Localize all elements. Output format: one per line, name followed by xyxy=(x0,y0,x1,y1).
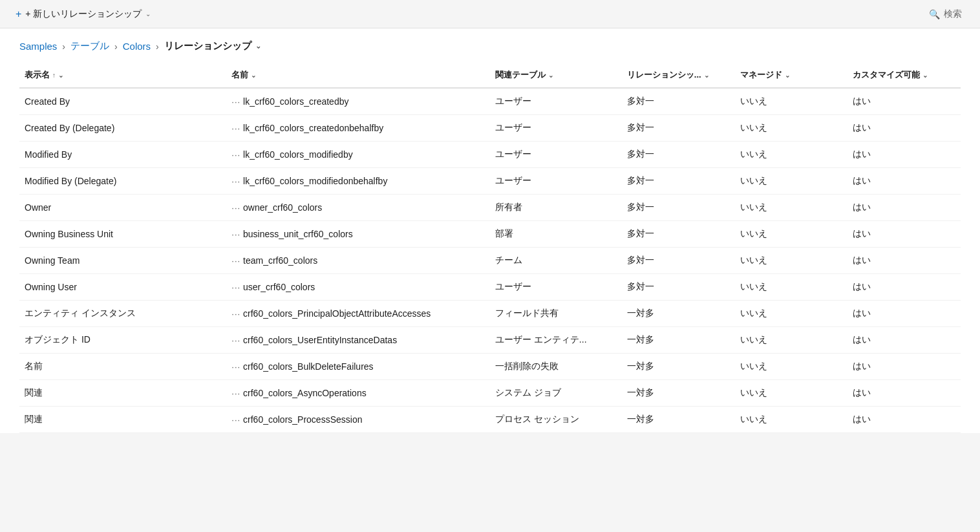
chevron-filter-relationship-icon: ⌄ xyxy=(704,72,709,79)
breadcrumb-colors[interactable]: Colors xyxy=(123,41,151,52)
cell-related-table: システム ジョブ xyxy=(490,380,622,407)
breadcrumb-chevron-icon[interactable]: ⌄ xyxy=(255,42,261,50)
cell-customizable: はい xyxy=(847,380,961,407)
cell-display-name: Owning User xyxy=(19,274,226,301)
cell-name: ··· crf60_colors_BulkDeleteFailures xyxy=(226,354,490,380)
more-options-icon[interactable]: ··· xyxy=(231,123,240,133)
relationships-table: 表示名 ↑ ⌄ 名前 ⌄ 関連テーブル ⌄ xyxy=(19,63,961,433)
breadcrumb: Samples › テーブル › Colors › リレーションシップ ⌄ xyxy=(0,28,980,63)
cell-relationship-type: 一対多 xyxy=(622,301,735,327)
table-row: Modified By (Delegate) ··· lk_crf60_colo… xyxy=(19,168,961,195)
search-box[interactable]: 🔍 検索 xyxy=(921,6,970,23)
cell-relationship-type: 多対一 xyxy=(622,248,735,274)
col-header-relationship-type[interactable]: リレーションシッ... ⌄ xyxy=(622,63,735,88)
cell-relationship-type: 一対多 xyxy=(622,380,735,407)
more-options-icon[interactable]: ··· xyxy=(231,335,240,345)
breadcrumb-current-label: リレーションシップ xyxy=(164,40,251,52)
more-options-icon[interactable]: ··· xyxy=(231,388,240,398)
cell-relationship-type: 多対一 xyxy=(622,142,735,168)
col-header-display-name[interactable]: 表示名 ↑ ⌄ xyxy=(19,63,226,88)
new-relationship-label: + 新しいリレーションシップ xyxy=(25,8,142,20)
breadcrumb-table[interactable]: テーブル xyxy=(70,40,109,52)
table-row: Modified By ··· lk_crf60_colors_modified… xyxy=(19,142,961,168)
cell-display-name: Modified By (Delegate) xyxy=(19,168,226,195)
table-row: Owning User ··· user_crf60_colors ユーザー 多… xyxy=(19,274,961,301)
more-options-icon[interactable]: ··· xyxy=(231,415,240,425)
search-label: 検索 xyxy=(944,8,962,20)
cell-name: ··· team_crf60_colors xyxy=(226,248,490,274)
table-row: Created By (Delegate) ··· lk_crf60_color… xyxy=(19,115,961,142)
cell-related-table: 所有者 xyxy=(490,195,622,221)
more-options-icon[interactable]: ··· xyxy=(231,97,240,107)
more-options-icon[interactable]: ··· xyxy=(231,176,240,186)
breadcrumb-current: リレーションシップ ⌄ xyxy=(164,40,261,52)
breadcrumb-samples[interactable]: Samples xyxy=(19,41,57,52)
cell-related-table: ユーザー xyxy=(490,274,622,301)
more-options-icon[interactable]: ··· xyxy=(231,282,240,292)
cell-relationship-type: 多対一 xyxy=(622,88,735,115)
more-options-icon[interactable]: ··· xyxy=(231,203,240,213)
col-header-related-table[interactable]: 関連テーブル ⌄ xyxy=(490,63,622,88)
more-options-icon[interactable]: ··· xyxy=(231,256,240,266)
table-row: Owner ··· owner_crf60_colors 所有者 多対一 いいえ… xyxy=(19,195,961,221)
table-row: 関連 ··· crf60_colors_ProcessSession プロセス … xyxy=(19,407,961,433)
col-related-table-label: 関連テーブル xyxy=(495,69,546,81)
cell-customizable: はい xyxy=(847,221,961,248)
table-row: 名前 ··· crf60_colors_BulkDeleteFailures 一… xyxy=(19,354,961,380)
cell-display-name: エンティティ インスタンス xyxy=(19,301,226,327)
cell-relationship-type: 多対一 xyxy=(622,195,735,221)
top-bar: + + 新しいリレーションシップ ⌄ 🔍 検索 xyxy=(0,0,980,28)
cell-managed: いいえ xyxy=(735,142,848,168)
cell-customizable: はい xyxy=(847,407,961,433)
cell-managed: いいえ xyxy=(735,354,848,380)
chevron-filter-name-icon: ⌄ xyxy=(251,72,256,79)
cell-managed: いいえ xyxy=(735,380,848,407)
cell-customizable: はい xyxy=(847,88,961,115)
cell-related-table: プロセス セッション xyxy=(490,407,622,433)
cell-customizable: はい xyxy=(847,168,961,195)
cell-customizable: はい xyxy=(847,115,961,142)
table-row: Created By ··· lk_crf60_colors_createdby… xyxy=(19,88,961,115)
col-header-name[interactable]: 名前 ⌄ xyxy=(226,63,490,88)
col-relationship-label: リレーションシッ... xyxy=(627,69,701,81)
chevron-down-icon: ⌄ xyxy=(145,10,151,17)
cell-display-name: Owner xyxy=(19,195,226,221)
cell-display-name: Owning Business Unit xyxy=(19,221,226,248)
more-options-icon[interactable]: ··· xyxy=(231,150,240,160)
cell-managed: いいえ xyxy=(735,168,848,195)
more-options-icon[interactable]: ··· xyxy=(231,229,240,239)
cell-managed: いいえ xyxy=(735,248,848,274)
cell-managed: いいえ xyxy=(735,301,848,327)
more-options-icon[interactable]: ··· xyxy=(231,309,240,319)
sort-asc-icon: ↑ xyxy=(52,72,56,79)
col-header-managed[interactable]: マネージド ⌄ xyxy=(735,63,848,88)
more-options-icon[interactable]: ··· xyxy=(231,362,240,372)
table-row: オブジェクト ID ··· crf60_colors_UserEntityIns… xyxy=(19,327,961,354)
table-header: 表示名 ↑ ⌄ 名前 ⌄ 関連テーブル ⌄ xyxy=(19,63,961,88)
cell-managed: いいえ xyxy=(735,327,848,354)
cell-related-table: ユーザー エンティテ... xyxy=(490,327,622,354)
cell-managed: いいえ xyxy=(735,115,848,142)
col-header-customizable[interactable]: カスタマイズ可能 ⌄ xyxy=(847,63,961,88)
cell-related-table: ユーザー xyxy=(490,88,622,115)
cell-name: ··· crf60_colors_AsyncOperations xyxy=(226,380,490,407)
col-name-label: 名前 xyxy=(231,69,248,81)
cell-name: ··· business_unit_crf60_colors xyxy=(226,221,490,248)
new-relationship-button[interactable]: + + 新しいリレーションシップ ⌄ xyxy=(10,6,156,23)
cell-relationship-type: 一対多 xyxy=(622,354,735,380)
cell-name: ··· crf60_colors_PrincipalObjectAttribut… xyxy=(226,301,490,327)
table-row: 関連 ··· crf60_colors_AsyncOperations システム… xyxy=(19,380,961,407)
cell-display-name: 名前 xyxy=(19,354,226,380)
cell-related-table: チーム xyxy=(490,248,622,274)
cell-relationship-type: 多対一 xyxy=(622,274,735,301)
cell-related-table: ユーザー xyxy=(490,115,622,142)
cell-relationship-type: 一対多 xyxy=(622,327,735,354)
cell-display-name: Created By xyxy=(19,88,226,115)
table-row: Owning Team ··· team_crf60_colors チーム 多対… xyxy=(19,248,961,274)
col-managed-label: マネージド xyxy=(740,69,782,81)
breadcrumb-sep-1: › xyxy=(62,41,65,52)
cell-name: ··· crf60_colors_ProcessSession xyxy=(226,407,490,433)
col-customizable-label: カスタマイズ可能 xyxy=(853,69,920,81)
cell-customizable: はい xyxy=(847,248,961,274)
cell-name: ··· crf60_colors_UserEntityInstanceDatas xyxy=(226,327,490,354)
